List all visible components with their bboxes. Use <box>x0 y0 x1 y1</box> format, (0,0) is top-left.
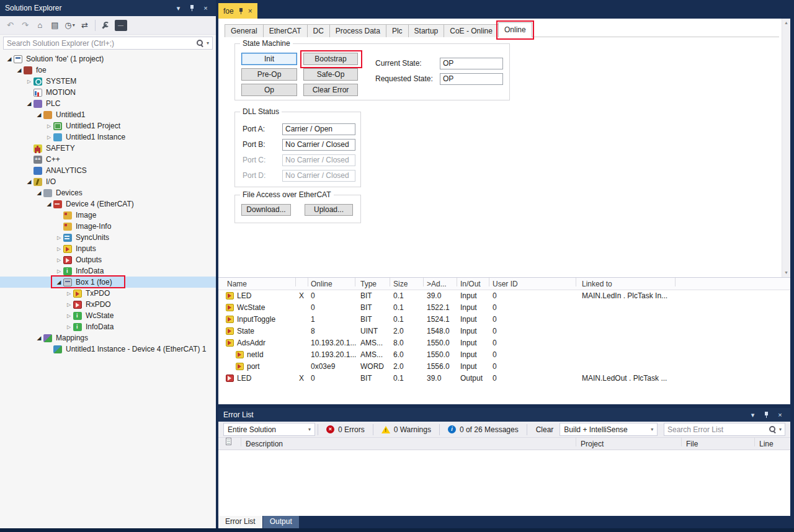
tree-item-box1-foe[interactable]: ◢Box 1 (foe) <box>0 277 216 288</box>
variable-row-inputtoggle[interactable]: InputToggle1BIT0.11524.1Input0 <box>218 314 790 326</box>
column-separator[interactable] <box>754 438 755 446</box>
expander-icon[interactable]: ▷ <box>65 324 73 330</box>
variable-row-port[interactable]: port0x03e9WORD2.01556.0Input0 <box>218 361 790 373</box>
column-separator[interactable] <box>489 278 489 286</box>
window-position-button[interactable]: ▾ <box>173 3 184 13</box>
solution-explorer-search-box[interactable]: ▾ <box>3 37 213 50</box>
tab-close-icon[interactable]: × <box>248 7 252 16</box>
tree-item-cpp[interactable]: C++ <box>0 154 216 165</box>
home-button[interactable]: ⌂ <box>33 19 47 32</box>
tree-item-system[interactable]: ▷SYSTEM <box>0 76 216 87</box>
tree-item-txpdo[interactable]: ▷TxPDO <box>0 288 216 299</box>
variable-row-state[interactable]: State8UINT2.01548.0Input0 <box>218 326 790 337</box>
back-button[interactable]: ↶ <box>3 19 17 32</box>
switch-views-button[interactable]: ▤ <box>48 19 62 32</box>
safeop-button[interactable]: Safe-Op <box>303 68 358 81</box>
column-separator[interactable] <box>295 278 296 286</box>
expander-icon[interactable]: ▷ <box>55 246 63 252</box>
tree-item-solution[interactable]: ◢Solution 'foe' (1 project) <box>0 53 216 64</box>
column-separator[interactable] <box>308 278 308 286</box>
solution-explorer-search-input[interactable] <box>7 39 194 48</box>
tree-item-untitled1-instance-mapping[interactable]: Untitled1 Instance - Device 4 (EtherCAT)… <box>0 344 216 355</box>
column-header-project[interactable]: Project <box>581 438 604 450</box>
expander-icon[interactable]: ◢ <box>25 179 33 185</box>
sync-with-active-document-button[interactable]: ⇄ <box>78 19 92 32</box>
column-separator[interactable] <box>241 438 241 446</box>
tree-item-infodata[interactable]: ▷InfoData <box>0 265 216 277</box>
tree-item-io[interactable]: ◢I/O <box>0 176 216 187</box>
messages-filter-toggle[interactable]: i0 of 26 Messages <box>442 423 524 437</box>
warnings-filter-toggle[interactable]: !0 Warnings <box>376 423 437 437</box>
search-options-caret-icon[interactable]: ▾ <box>207 40 209 46</box>
properties-button[interactable] <box>99 19 113 32</box>
preop-button[interactable]: Pre-Op <box>241 68 297 81</box>
forward-button[interactable]: ↷ <box>18 19 32 32</box>
close-button[interactable]: × <box>775 410 785 420</box>
tab-error-list[interactable]: Error List <box>218 516 262 528</box>
tree-item-mappings[interactable]: ◢Mappings <box>0 332 216 344</box>
tab-pin-icon[interactable] <box>238 7 244 15</box>
op-button[interactable]: Op <box>241 84 297 96</box>
column-header-online[interactable]: Online <box>311 278 332 290</box>
tree-item-inputs[interactable]: ▷Inputs <box>0 243 216 254</box>
scroll-down-icon[interactable]: ▼ <box>782 268 790 277</box>
errors-filter-toggle[interactable]: ×0 Errors <box>321 423 370 437</box>
expander-icon[interactable]: ◢ <box>35 335 43 341</box>
tab-plc[interactable]: Plc <box>386 24 409 37</box>
filter-dropdown[interactable]: Build + IntelliSense▾ <box>560 423 658 436</box>
scope-dropdown[interactable]: Entire Solution▾ <box>223 423 315 436</box>
variable-row-adsaddr[interactable]: AdsAddr10.193.20.1...AMS...8.01550.0Inpu… <box>218 337 790 349</box>
tree-item-syncunits[interactable]: ▷SyncUnits <box>0 232 216 243</box>
expander-icon[interactable]: ▷ <box>55 268 63 274</box>
column-separator[interactable] <box>675 278 676 286</box>
tree-item-foe[interactable]: ◢foe <box>0 64 216 76</box>
close-button[interactable]: × <box>200 3 211 13</box>
expander-icon[interactable]: ◢ <box>35 190 43 196</box>
column-header-size[interactable]: Size <box>393 278 408 290</box>
expander-icon[interactable]: ◢ <box>55 279 63 285</box>
preview-selected-items-toggle[interactable]: — <box>114 19 128 32</box>
column-header-address[interactable]: >Ad... <box>427 278 447 290</box>
window-position-button[interactable]: ▾ <box>747 410 758 420</box>
tree-item-untitled1-instance[interactable]: ▷Untitled1 Instance <box>0 131 216 143</box>
pin-button[interactable] <box>187 3 197 13</box>
tab-online[interactable]: Online <box>498 22 532 37</box>
column-header-inout[interactable]: In/Out <box>460 278 481 290</box>
search-options-caret-icon[interactable]: ▾ <box>779 427 782 432</box>
error-list-header[interactable]: Description ▾ Project File Line <box>218 438 790 450</box>
expander-icon[interactable]: ▷ <box>25 79 33 84</box>
init-button[interactable]: Init <box>241 53 297 65</box>
variable-row-wcstate[interactable]: WcState0BIT0.11522.1Input0 <box>218 302 790 314</box>
scroll-up-icon[interactable]: ▲ <box>782 19 790 27</box>
column-separator[interactable] <box>355 278 355 286</box>
tab-startup[interactable]: Startup <box>408 24 445 37</box>
document-scrollbar[interactable]: ▲ ▼ <box>782 19 790 277</box>
expander-icon[interactable]: ◢ <box>25 100 33 107</box>
expander-icon[interactable]: ◢ <box>5 56 14 62</box>
variable-row-netid[interactable]: netId10.193.20.1...AMS...6.01550.0Input0 <box>218 349 790 361</box>
tree-item-device4-ethercat[interactable]: ◢Device 4 (EtherCAT) <box>0 198 216 210</box>
expander-icon[interactable]: ▷ <box>55 257 63 263</box>
clear-error-button[interactable]: Clear Error <box>303 84 358 96</box>
tree-item-image[interactable]: Image <box>0 210 216 221</box>
expander-icon[interactable]: ▷ <box>65 313 73 319</box>
tab-ethercat[interactable]: EtherCAT <box>263 24 308 37</box>
error-list-search-input[interactable] <box>667 425 766 434</box>
tree-item-safety[interactable]: SAFETY <box>0 143 216 154</box>
tab-general[interactable]: General <box>225 24 264 37</box>
column-header-line[interactable]: Line <box>759 438 774 450</box>
tree-item-devices[interactable]: ◢Devices <box>0 187 216 198</box>
column-separator[interactable] <box>576 278 576 286</box>
tree-item-untitled1-project[interactable]: ▷Untitled1 Project <box>0 120 216 131</box>
column-separator[interactable] <box>423 278 424 286</box>
expander-icon[interactable]: ◢ <box>15 67 24 73</box>
tree-item-rxpdo[interactable]: ▷RxPDO <box>0 299 216 310</box>
tree-item-infodata2[interactable]: ▷InfoData <box>0 321 216 332</box>
variable-grid-header[interactable]: Name Online Type Size >Ad... In/Out User… <box>218 278 790 290</box>
expander-icon[interactable]: ▷ <box>55 235 63 241</box>
tree-item-outputs[interactable]: ▷Outputs <box>0 254 216 265</box>
expander-icon[interactable]: ▷ <box>45 135 53 140</box>
tree-item-wcstate[interactable]: ▷WcState <box>0 310 216 321</box>
column-separator[interactable] <box>390 278 390 286</box>
tree-item-image-info[interactable]: Image-Info <box>0 221 216 232</box>
